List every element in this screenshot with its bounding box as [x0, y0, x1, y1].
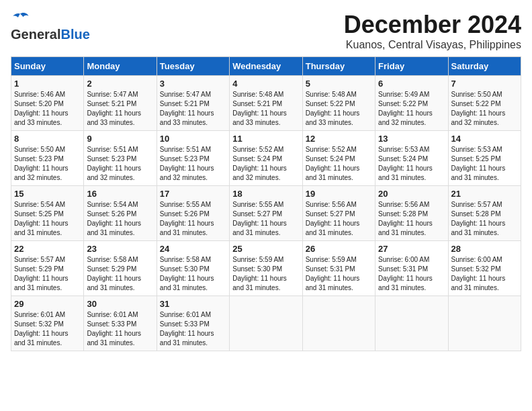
- day-info: Sunrise: 5:55 AMSunset: 5:26 PMDaylight:…: [160, 200, 226, 238]
- day-number: 21: [451, 189, 518, 199]
- day-info: Sunrise: 5:47 AMSunset: 5:21 PMDaylight:…: [160, 90, 226, 128]
- day-info: Sunrise: 5:48 AMSunset: 5:21 PMDaylight:…: [232, 90, 299, 128]
- calendar-cell: 1 Sunrise: 5:46 AMSunset: 5:20 PMDayligh…: [11, 76, 84, 131]
- calendar-cell: 28 Sunrise: 6:00 AMSunset: 5:32 PMDaylig…: [448, 241, 521, 296]
- day-number: 8: [14, 134, 81, 144]
- calendar-header-row: SundayMondayTuesdayWednesdayThursdayFrid…: [11, 57, 521, 76]
- calendar-cell: 9 Sunrise: 5:51 AMSunset: 5:23 PMDayligh…: [84, 131, 157, 186]
- calendar-table: SundayMondayTuesdayWednesdayThursdayFrid…: [11, 56, 521, 351]
- day-number: 13: [378, 134, 445, 144]
- col-header-wednesday: Wednesday: [230, 57, 302, 76]
- day-info: Sunrise: 6:01 AMSunset: 5:33 PMDaylight:…: [87, 310, 153, 348]
- location-title: Kuanos, Central Visayas, Philippines: [344, 39, 521, 51]
- day-number: 16: [87, 189, 153, 199]
- day-info: Sunrise: 5:52 AMSunset: 5:24 PMDaylight:…: [232, 145, 299, 183]
- calendar-cell: 8 Sunrise: 5:50 AMSunset: 5:23 PMDayligh…: [11, 131, 84, 186]
- day-info: Sunrise: 5:50 AMSunset: 5:22 PMDaylight:…: [451, 90, 518, 128]
- calendar-cell: [302, 296, 375, 351]
- day-number: 25: [232, 244, 299, 254]
- day-number: 30: [87, 299, 153, 309]
- col-header-tuesday: Tuesday: [157, 57, 229, 76]
- calendar-cell: 19 Sunrise: 5:56 AMSunset: 5:27 PMDaylig…: [302, 186, 375, 241]
- calendar-cell: 5 Sunrise: 5:48 AMSunset: 5:22 PMDayligh…: [302, 76, 375, 131]
- logo-general-text: General: [11, 27, 60, 42]
- day-number: 19: [306, 189, 372, 199]
- day-number: 15: [14, 189, 81, 199]
- day-info: Sunrise: 5:56 AMSunset: 5:28 PMDaylight:…: [378, 200, 445, 238]
- day-number: 20: [378, 189, 445, 199]
- day-number: 29: [14, 299, 81, 309]
- day-info: Sunrise: 6:01 AMSunset: 5:32 PMDaylight:…: [14, 310, 81, 348]
- day-number: 26: [306, 244, 372, 254]
- calendar-body: 1 Sunrise: 5:46 AMSunset: 5:20 PMDayligh…: [11, 76, 521, 351]
- day-number: 11: [232, 134, 299, 144]
- day-number: 7: [451, 79, 518, 89]
- calendar-cell: 12 Sunrise: 5:52 AMSunset: 5:24 PMDaylig…: [302, 131, 375, 186]
- day-number: 27: [378, 244, 445, 254]
- day-info: Sunrise: 5:48 AMSunset: 5:22 PMDaylight:…: [306, 90, 372, 128]
- calendar-cell: 26 Sunrise: 5:59 AMSunset: 5:31 PMDaylig…: [302, 241, 375, 296]
- calendar-cell: 20 Sunrise: 5:56 AMSunset: 5:28 PMDaylig…: [375, 186, 448, 241]
- month-title: December 2024: [344, 11, 521, 39]
- day-number: 28: [451, 244, 518, 254]
- calendar-cell: 7 Sunrise: 5:50 AMSunset: 5:22 PMDayligh…: [448, 76, 521, 131]
- calendar-row-1: 1 Sunrise: 5:46 AMSunset: 5:20 PMDayligh…: [11, 76, 521, 131]
- day-info: Sunrise: 5:56 AMSunset: 5:27 PMDaylight:…: [306, 200, 372, 238]
- calendar-row-3: 15 Sunrise: 5:54 AMSunset: 5:25 PMDaylig…: [11, 186, 521, 241]
- calendar-cell: 10 Sunrise: 5:51 AMSunset: 5:23 PMDaylig…: [157, 131, 229, 186]
- day-number: 5: [306, 79, 372, 89]
- calendar-cell: 30 Sunrise: 6:01 AMSunset: 5:33 PMDaylig…: [84, 296, 157, 351]
- calendar-cell: 25 Sunrise: 5:59 AMSunset: 5:30 PMDaylig…: [230, 241, 302, 296]
- calendar-cell: 6 Sunrise: 5:49 AMSunset: 5:22 PMDayligh…: [375, 76, 448, 131]
- calendar-cell: 17 Sunrise: 5:55 AMSunset: 5:26 PMDaylig…: [157, 186, 229, 241]
- day-number: 6: [378, 79, 445, 89]
- day-number: 9: [87, 134, 153, 144]
- day-info: Sunrise: 5:53 AMSunset: 5:24 PMDaylight:…: [378, 145, 445, 183]
- calendar-cell: 24 Sunrise: 5:58 AMSunset: 5:30 PMDaylig…: [157, 241, 229, 296]
- logo-bird-icon: [11, 11, 30, 24]
- day-info: Sunrise: 5:50 AMSunset: 5:23 PMDaylight:…: [14, 145, 81, 183]
- day-number: 1: [14, 79, 81, 89]
- calendar-cell: 29 Sunrise: 6:01 AMSunset: 5:32 PMDaylig…: [11, 296, 84, 351]
- logo-blue-text: Blue: [60, 27, 89, 42]
- day-number: 14: [451, 134, 518, 144]
- calendar-row-4: 22 Sunrise: 5:57 AMSunset: 5:29 PMDaylig…: [11, 241, 521, 296]
- calendar-cell: 2 Sunrise: 5:47 AMSunset: 5:21 PMDayligh…: [84, 76, 157, 131]
- day-number: 22: [14, 244, 81, 254]
- calendar-cell: 31 Sunrise: 6:01 AMSunset: 5:33 PMDaylig…: [157, 296, 229, 351]
- day-number: 2: [87, 79, 153, 89]
- day-info: Sunrise: 5:53 AMSunset: 5:25 PMDaylight:…: [451, 145, 518, 183]
- logo: GeneralBlue: [11, 11, 90, 42]
- day-number: 23: [87, 244, 153, 254]
- day-number: 10: [160, 134, 226, 144]
- col-header-monday: Monday: [84, 57, 157, 76]
- day-info: Sunrise: 5:52 AMSunset: 5:24 PMDaylight:…: [306, 145, 372, 183]
- calendar-cell: 22 Sunrise: 5:57 AMSunset: 5:29 PMDaylig…: [11, 241, 84, 296]
- day-info: Sunrise: 5:49 AMSunset: 5:22 PMDaylight:…: [378, 90, 445, 128]
- calendar-cell: 3 Sunrise: 5:47 AMSunset: 5:21 PMDayligh…: [157, 76, 229, 131]
- day-info: Sunrise: 5:54 AMSunset: 5:26 PMDaylight:…: [87, 200, 153, 238]
- day-number: 4: [232, 79, 299, 89]
- title-area: December 2024 Kuanos, Central Visayas, P…: [344, 11, 521, 51]
- day-number: 17: [160, 189, 226, 199]
- calendar-cell: 11 Sunrise: 5:52 AMSunset: 5:24 PMDaylig…: [230, 131, 302, 186]
- day-info: Sunrise: 5:51 AMSunset: 5:23 PMDaylight:…: [87, 145, 153, 183]
- day-info: Sunrise: 5:57 AMSunset: 5:28 PMDaylight:…: [451, 200, 518, 238]
- day-number: 18: [232, 189, 299, 199]
- day-info: Sunrise: 5:57 AMSunset: 5:29 PMDaylight:…: [14, 255, 81, 293]
- day-number: 31: [160, 299, 226, 309]
- day-info: Sunrise: 6:01 AMSunset: 5:33 PMDaylight:…: [160, 310, 226, 348]
- calendar-cell: 18 Sunrise: 5:55 AMSunset: 5:27 PMDaylig…: [230, 186, 302, 241]
- calendar-cell: 21 Sunrise: 5:57 AMSunset: 5:28 PMDaylig…: [448, 186, 521, 241]
- day-info: Sunrise: 5:51 AMSunset: 5:23 PMDaylight:…: [160, 145, 226, 183]
- calendar-cell: 15 Sunrise: 5:54 AMSunset: 5:25 PMDaylig…: [11, 186, 84, 241]
- calendar-cell: [375, 296, 448, 351]
- header: GeneralBlue December 2024 Kuanos, Centra…: [11, 11, 521, 51]
- col-header-saturday: Saturday: [448, 57, 521, 76]
- col-header-sunday: Sunday: [11, 57, 84, 76]
- day-info: Sunrise: 6:00 AMSunset: 5:31 PMDaylight:…: [378, 255, 445, 293]
- calendar-cell: [230, 296, 302, 351]
- col-header-thursday: Thursday: [302, 57, 375, 76]
- day-info: Sunrise: 5:58 AMSunset: 5:29 PMDaylight:…: [87, 255, 153, 293]
- day-info: Sunrise: 5:54 AMSunset: 5:25 PMDaylight:…: [14, 200, 81, 238]
